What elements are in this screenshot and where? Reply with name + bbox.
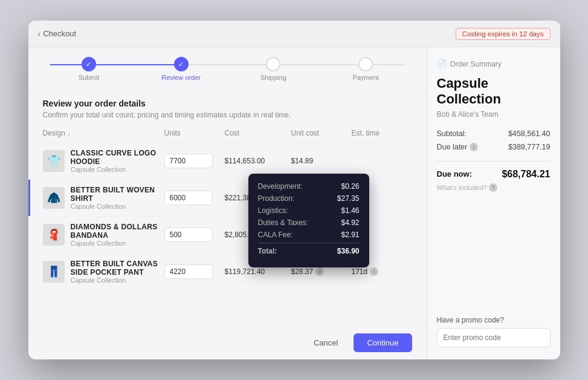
spacer [437, 192, 551, 316]
step-payment[interactable]: Payment [320, 57, 412, 81]
design-name: CLASSIC CURVE LOGO HOODIE [71, 149, 164, 166]
col-est-time: Est. time [352, 129, 412, 137]
due-later-value: $389,777.19 [508, 143, 551, 151]
est-time-info-icon[interactable]: i [370, 267, 378, 276]
hoodie-thumb: 👕 [43, 150, 65, 172]
right-panel: 📄 Order Summary Capsule Collection Bob &… [427, 47, 560, 359]
back-button[interactable]: ‹ Checkout [38, 29, 77, 39]
bandana-thumb: 🧣 [43, 224, 65, 246]
unit-cost-info-icon[interactable]: i [315, 267, 324, 276]
pant-thumb: 👖 [43, 261, 65, 283]
step-shipping-label: Shipping [260, 74, 286, 81]
footer-actions: Cancel Continue [28, 326, 427, 359]
order-summary-header: 📄 Order Summary [437, 59, 551, 68]
step-payment-circle [358, 57, 373, 71]
due-later-info-icon[interactable]: i [470, 143, 478, 151]
titlebar: ‹ Checkout Costing expires in 12 days [28, 21, 560, 47]
step-submit-circle: ✓ [82, 57, 96, 71]
tooltip-production: Production: $27.35 [258, 194, 360, 203]
cost-cell: $119,721.40 [225, 267, 291, 276]
back-icon: ‹ [38, 29, 41, 39]
review-section: Review your order details Confirm your t… [28, 89, 427, 124]
due-now-value: $68,784.21 [502, 169, 550, 180]
due-now-label: Due now: [437, 169, 473, 179]
units-cell [164, 191, 225, 205]
checkout-title: Checkout [43, 29, 76, 38]
units-input[interactable] [164, 191, 213, 205]
design-collection: Capsule Collection [71, 240, 164, 247]
design-cell: 🧥 BETTER BUILT WOVEN SHIRT Capsule Colle… [43, 186, 164, 210]
units-input[interactable] [164, 264, 213, 279]
step-submit-label: Submit [79, 74, 99, 81]
design-cell: 👕 CLASSIC CURVE LOGO HOODIE Capsule Coll… [43, 149, 164, 173]
design-name: BETTER BUILT WOVEN SHIRT [71, 186, 164, 203]
units-cell [164, 228, 225, 242]
design-name: DIAMONDS & DOLLARS BANDANA [71, 223, 164, 240]
shirt-thumb: 🧥 [43, 187, 65, 209]
design-name: BETTER BUILT CANVAS SIDE POCKET PANT [71, 260, 164, 277]
sort-icon[interactable]: ↓ [68, 130, 71, 137]
tooltip-logistics: Logistics: $1.46 [258, 206, 360, 215]
whats-included-icon[interactable]: ? [489, 183, 497, 192]
due-now-row: Due now: $68,784.21 [437, 169, 551, 180]
tooltip-cala-fee: CALA Fee: $2.91 [258, 231, 360, 239]
costing-badge: Costing expires in 12 days [456, 28, 551, 40]
summary-divider [437, 161, 551, 162]
units-cell [164, 264, 225, 279]
units-input[interactable] [164, 228, 213, 242]
design-cell: 👖 BETTER BUILT CANVAS SIDE POCKET PANT C… [43, 260, 164, 284]
design-collection: Capsule Collection [71, 203, 164, 210]
document-icon: 📄 [437, 59, 447, 68]
continue-button[interactable]: Continue [354, 333, 412, 352]
stepper: ✓ Submit ✓ Review order Shipping Payment [43, 57, 412, 81]
units-input[interactable] [164, 154, 213, 168]
stepper-area: ✓ Submit ✓ Review order Shipping Payment [28, 47, 427, 89]
table-row: 🧥 BETTER BUILT WOVEN SHIRT Capsule Colle… [43, 180, 412, 217]
collection-name: Capsule Collection [437, 76, 551, 108]
step-shipping[interactable]: Shipping [227, 57, 320, 81]
due-later-label: Due later i [437, 143, 479, 151]
design-info: BETTER BUILT WOVEN SHIRT Capsule Collect… [71, 186, 164, 210]
review-subtitle: Confirm your total unit count; pricing a… [43, 111, 412, 119]
design-cell: 🧣 DIAMONDS & DOLLARS BANDANA Capsule Col… [43, 223, 164, 247]
table-header: Design ↓ Units Cost Unit cost Est. time [43, 124, 412, 143]
col-cost: Cost [225, 129, 291, 137]
cancel-button[interactable]: Cancel [304, 333, 347, 352]
step-review[interactable]: ✓ Review order [135, 57, 227, 81]
left-accent [28, 180, 30, 216]
table-area: Design ↓ Units Cost Unit cost Est. time … [28, 124, 427, 326]
cost-cell: $114,653.00 [225, 157, 291, 165]
tooltip-development: Development: $0.26 [258, 182, 360, 191]
design-info: CLASSIC CURVE LOGO HOODIE Capsule Collec… [71, 149, 164, 173]
design-info: BETTER BUILT CANVAS SIDE POCKET PANT Cap… [71, 260, 164, 284]
col-design: Design ↓ [43, 129, 164, 137]
promo-label: Have a promo code? [437, 316, 551, 324]
whats-included-link[interactable]: What's included? ? [437, 183, 551, 192]
design-info: DIAMONDS & DOLLARS BANDANA Capsule Colle… [71, 223, 164, 247]
team-name: Bob & Alice's Team [437, 110, 551, 119]
promo-input[interactable] [437, 328, 551, 347]
subtotal-value: $458,561.40 [508, 129, 551, 138]
cost-breakdown-tooltip: Development: $0.26 Production: $27.35 Lo… [248, 174, 369, 267]
col-unit-cost: Unit cost [291, 129, 352, 137]
step-review-label: Review order [161, 74, 201, 81]
est-time-cell: 171d i [352, 267, 412, 276]
step-review-circle: ✓ [174, 57, 189, 71]
step-payment-label: Payment [352, 74, 378, 81]
step-shipping-circle [266, 57, 280, 71]
left-panel: ✓ Submit ✓ Review order Shipping Payment [28, 47, 427, 359]
tooltip-total: Total: $36.90 [258, 243, 360, 255]
design-collection: Capsule Collection [71, 277, 164, 284]
step-submit[interactable]: ✓ Submit [43, 57, 135, 81]
col-units: Units [164, 129, 225, 137]
unit-cost-cell: $14.89 [291, 157, 352, 165]
design-collection: Capsule Collection [71, 166, 164, 173]
tooltip-duties: Duties & Taxes: $4.92 [258, 218, 360, 227]
order-summary-title: Order Summary [450, 60, 502, 68]
due-later-row: Due later i $389,777.19 [437, 143, 551, 151]
review-title: Review your order details [43, 99, 412, 108]
unit-cost-cell: $28.37 i [291, 267, 352, 276]
subtotal-row: Subtotal: $458,561.40 [437, 129, 551, 138]
subtotal-label: Subtotal: [437, 129, 467, 138]
units-cell [164, 154, 225, 168]
